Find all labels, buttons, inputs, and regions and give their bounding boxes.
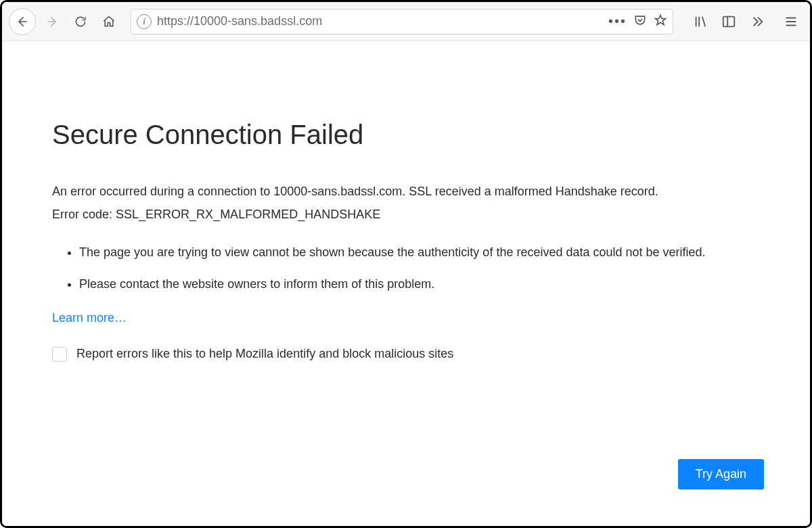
url-text[interactable]: https://10000-sans.badssl.com — [157, 14, 603, 28]
page-actions-icon[interactable]: ••• — [608, 14, 627, 29]
address-bar[interactable]: i https://10000-sans.badssl.com ••• — [131, 9, 673, 34]
site-identity-icon[interactable]: i — [137, 14, 152, 29]
overflow-button[interactable] — [745, 9, 769, 34]
app-menu-button[interactable] — [779, 9, 803, 34]
forward-button[interactable] — [40, 9, 64, 34]
browser-window: i https://10000-sans.badssl.com ••• — [0, 0, 812, 528]
navigation-toolbar: i https://10000-sans.badssl.com ••• — [2, 2, 810, 41]
arrow-left-icon — [16, 15, 29, 28]
library-icon — [693, 14, 708, 29]
learn-more-link[interactable]: Learn more… — [52, 311, 127, 325]
toolbar-right-group — [683, 9, 803, 34]
error-code-value: SSL_ERROR_RX_MALFORMED_HANDSHAKE — [116, 208, 380, 221]
report-error-label: Report errors like this to help Mozilla … — [76, 347, 453, 361]
sidebar-icon — [721, 14, 736, 29]
error-title: Secure Connection Failed — [52, 120, 760, 150]
list-item: The page you are trying to view cannot b… — [79, 243, 760, 262]
sidebar-button[interactable] — [717, 9, 741, 34]
error-page: Secure Connection Failed An error occurr… — [2, 41, 810, 526]
address-bar-container: i https://10000-sans.badssl.com ••• — [131, 9, 673, 34]
address-bar-actions: ••• — [608, 14, 667, 30]
list-item: Please contact the website owners to inf… — [79, 275, 760, 293]
back-button[interactable] — [9, 8, 36, 35]
error-description: An error occurred during a connection to… — [52, 183, 760, 201]
bookmark-star-icon[interactable] — [654, 14, 667, 30]
home-button[interactable] — [97, 9, 121, 34]
hamburger-icon — [784, 14, 798, 29]
try-again-button[interactable]: Try Again — [678, 459, 764, 489]
svg-rect-0 — [723, 16, 735, 26]
error-code-label: Error code: — [52, 208, 112, 221]
report-error-checkbox[interactable] — [52, 347, 67, 362]
arrow-right-icon — [45, 15, 59, 28]
library-button[interactable] — [688, 9, 713, 34]
home-icon — [102, 15, 116, 28]
error-code-line: Error code: SSL_ERROR_RX_MALFORMED_HANDS… — [52, 206, 760, 224]
reload-button[interactable] — [68, 9, 93, 34]
pocket-icon[interactable] — [633, 14, 647, 30]
reload-icon — [74, 15, 87, 28]
error-reason-list: The page you are trying to view cannot b… — [52, 243, 760, 293]
report-error-row: Report errors like this to help Mozilla … — [52, 347, 760, 362]
chevron-double-right-icon — [750, 14, 765, 29]
